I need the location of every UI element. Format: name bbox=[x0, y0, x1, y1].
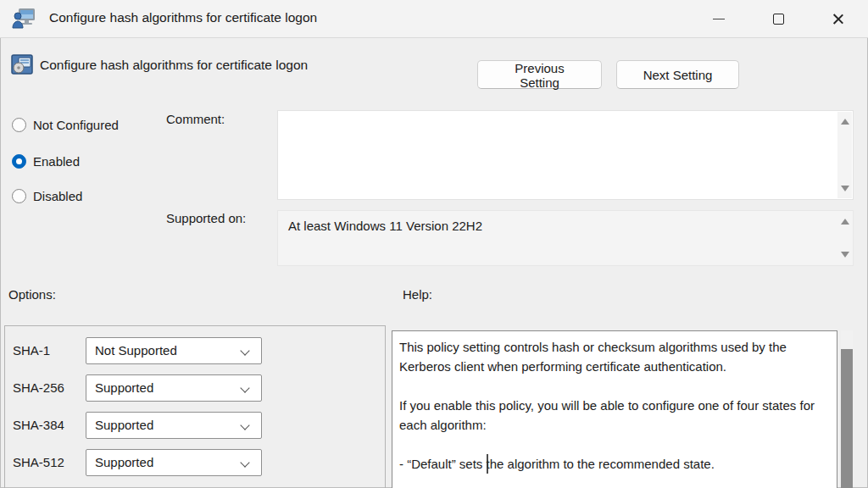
radio-circle bbox=[12, 189, 26, 203]
minimize-icon bbox=[713, 19, 725, 19]
chevron-down-icon bbox=[240, 383, 249, 392]
setting-title: Configure hash algorithms for certificat… bbox=[40, 58, 308, 73]
option-row-sha512: SHA-512 Supported bbox=[5, 449, 385, 476]
sha384-dropdown[interactable]: Supported bbox=[86, 412, 262, 439]
radio-enabled[interactable]: Enabled bbox=[12, 152, 80, 169]
help-scrollbar-thumb[interactable] bbox=[841, 349, 853, 488]
comment-box bbox=[277, 110, 854, 200]
sha256-dropdown-value: Supported bbox=[95, 380, 153, 395]
radio-not-configured[interactable]: Not Configured bbox=[12, 116, 119, 133]
help-scrollbar[interactable] bbox=[841, 330, 853, 488]
scroll-up-icon[interactable] bbox=[841, 119, 849, 125]
help-text-area[interactable]: This policy setting controls hash or che… bbox=[392, 330, 837, 488]
titlebar: Configure hash algorithms for certificat… bbox=[0, 0, 868, 38]
sha1-dropdown-value: Not Supported bbox=[95, 343, 177, 358]
supported-on-label: Supported on: bbox=[166, 211, 246, 225]
radio-label: Disabled bbox=[33, 189, 82, 203]
policy-setting-icon bbox=[11, 53, 33, 75]
scroll-up-icon[interactable] bbox=[841, 219, 849, 225]
help-paragraph: If you enable this policy, you will be a… bbox=[399, 396, 828, 435]
sha1-label: SHA-1 bbox=[13, 343, 50, 358]
user-computer-icon bbox=[12, 8, 36, 30]
option-row-sha384: SHA-384 Supported bbox=[5, 412, 385, 439]
supported-on-box[interactable]: At least Windows 11 Version 22H2 bbox=[277, 210, 854, 266]
radio-circle bbox=[12, 118, 26, 132]
scroll-down-icon[interactable] bbox=[841, 186, 849, 191]
chevron-down-icon bbox=[240, 346, 249, 355]
sha512-label: SHA-512 bbox=[13, 455, 64, 469]
options-label: Options: bbox=[8, 287, 56, 302]
help-label: Help: bbox=[403, 287, 432, 302]
supported-scrollbar[interactable] bbox=[837, 212, 852, 264]
window-title: Configure hash algorithms for certificat… bbox=[49, 10, 317, 25]
text-cursor bbox=[487, 454, 488, 474]
help-paragraph: - “Default” sets the algorithm to the re… bbox=[399, 454, 828, 474]
close-icon bbox=[832, 13, 844, 25]
scroll-down-icon[interactable] bbox=[841, 252, 849, 258]
sha256-dropdown[interactable]: Supported bbox=[86, 374, 262, 402]
sha384-dropdown-value: Supported bbox=[95, 418, 153, 432]
radio-label: Not Configured bbox=[33, 118, 119, 132]
comment-label: Comment: bbox=[166, 112, 225, 126]
close-button[interactable] bbox=[818, 0, 857, 38]
maximize-icon bbox=[773, 14, 784, 25]
sha512-dropdown[interactable]: Supported bbox=[86, 449, 262, 476]
comment-input[interactable] bbox=[278, 111, 837, 199]
sha1-dropdown[interactable]: Not Supported bbox=[86, 337, 262, 364]
option-row-sha1: SHA-1 Not Supported bbox=[5, 337, 385, 364]
radio-label: Enabled bbox=[33, 154, 80, 169]
chevron-down-icon bbox=[240, 420, 249, 430]
maximize-button[interactable] bbox=[759, 0, 798, 38]
minimize-button[interactable] bbox=[699, 0, 738, 38]
options-panel: SHA-1 Not Supported SHA-256 Supported SH… bbox=[4, 325, 386, 488]
sha256-label: SHA-256 bbox=[13, 380, 64, 395]
supported-on-value: At least Windows 11 Version 22H2 bbox=[288, 219, 482, 233]
policy-dialog-window: Configure hash algorithms for certificat… bbox=[0, 0, 868, 488]
option-row-sha256: SHA-256 Supported bbox=[5, 374, 385, 402]
help-paragraph: This policy setting controls hash or che… bbox=[399, 337, 828, 376]
sha384-label: SHA-384 bbox=[13, 418, 64, 432]
sha512-dropdown-value: Supported bbox=[95, 455, 153, 469]
radio-disabled[interactable]: Disabled bbox=[12, 187, 82, 204]
next-setting-button[interactable]: Next Setting bbox=[616, 60, 739, 89]
chevron-down-icon bbox=[240, 458, 249, 467]
radio-circle-selected bbox=[12, 154, 26, 169]
comment-scrollbar[interactable] bbox=[837, 112, 852, 198]
previous-setting-button[interactable]: Previous Setting bbox=[477, 60, 602, 89]
